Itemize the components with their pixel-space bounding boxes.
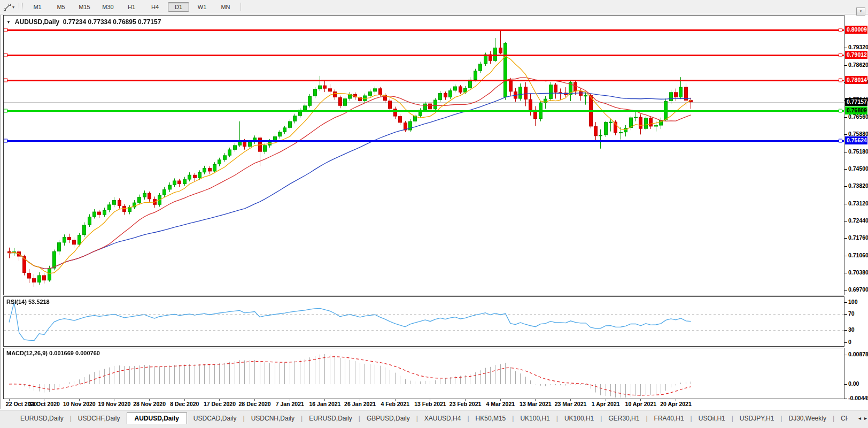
date-label: 10 Nov 2020 xyxy=(59,401,99,407)
date-label: 31 Oct 2020 xyxy=(24,401,65,407)
date-label: 7 Jan 2021 xyxy=(269,401,310,407)
date-label: 28 Dec 2020 xyxy=(235,401,275,407)
date-label: 20 Apr 2021 xyxy=(656,401,696,407)
line-study-caret-icon[interactable]: ▾ xyxy=(12,5,14,10)
price-chart-pane xyxy=(3,15,844,295)
tab-eurusd-daily[interactable]: EURUSD,Daily xyxy=(303,413,359,424)
tab-scroll-right-icon[interactable]: ▸ xyxy=(864,415,867,422)
tab-usdcad-daily[interactable]: USDCAD,Daily xyxy=(187,413,243,424)
price-axis-label: 0.72440 xyxy=(848,217,868,224)
chart-ohlc-values: 0.77234 0.77334 0.76895 0.77157 xyxy=(63,18,161,26)
rsi-axis-label: 30 xyxy=(848,326,855,333)
mt4-window: ▾ M1M5M15M30H1H4D1W1MN ▾ ▼ AUDUSD,Daily … xyxy=(0,0,868,428)
date-label: 10 Apr 2021 xyxy=(621,401,661,407)
timeframe-buttons: M1M5M15M30H1H4D1W1MN xyxy=(26,2,237,12)
price-axis-label-tick xyxy=(844,134,847,135)
date-label: 28 Nov 2020 xyxy=(129,401,170,407)
date-label: 17 Dec 2020 xyxy=(199,401,240,407)
macd-axis-label-tick xyxy=(844,355,847,355)
timeframe-h1[interactable]: H1 xyxy=(121,2,142,12)
price-chart-canvas[interactable] xyxy=(4,16,844,295)
tab-usdchf-daily[interactable]: USDCHF,Daily xyxy=(72,413,127,424)
tab-usdcnh-daily[interactable]: USDCNH,Daily xyxy=(245,413,301,424)
date-label: 13 Feb 2021 xyxy=(410,401,451,407)
tab-uk100-h1[interactable]: UK100,H1 xyxy=(514,413,556,424)
timeframe-w1[interactable]: W1 xyxy=(191,2,213,12)
price-axis-label: 0.71060 xyxy=(848,252,868,259)
timeframe-toolbar: ▾ M1M5M15M30H1H4D1W1MN ▾ xyxy=(0,0,868,14)
line-study-icon[interactable] xyxy=(2,2,12,12)
rsi-label: RSI(14) 53.5218 xyxy=(6,299,50,305)
timeframe-m30[interactable]: M30 xyxy=(97,2,119,12)
price-axis-label: 0.78620 xyxy=(848,62,868,68)
tab-gbpusd-daily[interactable]: GBPUSD,Daily xyxy=(360,413,416,424)
tab-uk100-h1[interactable]: UK100,H1 xyxy=(558,413,600,424)
price-axis-label-tick xyxy=(844,204,847,204)
rsi-canvas[interactable] xyxy=(4,297,844,346)
price-axis-label-tick xyxy=(844,290,847,291)
price-axis-label-tick xyxy=(844,256,847,256)
price-axis-label: 0.73120 xyxy=(848,200,868,207)
price-axis-label: 0.75180 xyxy=(848,148,868,155)
price-axis-label-tick xyxy=(844,273,847,273)
toolbar-grip[interactable] xyxy=(19,3,22,11)
chart-window-left-border xyxy=(1,15,1,409)
tab-dj30-weekly[interactable]: DJ30,Weekly xyxy=(782,413,832,424)
symbol-dropdown-icon[interactable]: ▼ xyxy=(6,20,11,25)
macd-label: MACD(12,26,9) 0.001669 0.000760 xyxy=(6,350,100,356)
rsi-axis-label-tick xyxy=(844,342,847,343)
price-axis-label-tick xyxy=(844,169,847,170)
timeframe-mn[interactable]: MN xyxy=(215,2,236,12)
date-label: 4 Mar 2021 xyxy=(480,401,521,407)
timeframe-d1[interactable]: D1 xyxy=(168,2,189,12)
price-axis-label-tick xyxy=(844,221,847,221)
tab-eurusd-daily[interactable]: EURUSD,Daily xyxy=(14,413,70,424)
date-label: 23 Feb 2021 xyxy=(445,401,486,407)
date-label: 19 Nov 2020 xyxy=(94,401,135,407)
timeframe-m15[interactable]: M15 xyxy=(74,2,95,12)
macd-axis-label: -0.004451 xyxy=(848,395,868,402)
chart-tabs: EURUSD,Daily|USDCHF,DailyAUDUSD,DailyUSD… xyxy=(14,412,848,424)
date-label: 26 Jan 2021 xyxy=(340,401,381,407)
toolbar-overflow-button[interactable]: ▾ xyxy=(856,7,865,16)
price-axis-label-tick xyxy=(844,238,847,239)
price-axis-label: 0.79320 xyxy=(848,44,868,51)
date-label: 4 Feb 2021 xyxy=(375,401,415,407)
tab-hk50-m15[interactable]: HK50,M15 xyxy=(469,413,513,424)
macd-values: 0.001669 0.000760 xyxy=(49,350,100,356)
timeframe-m5[interactable]: M5 xyxy=(50,2,72,12)
tab-usdjpy-h1[interactable]: USDJPY,H1 xyxy=(733,413,780,424)
rsi-axis-label: 70 xyxy=(848,310,855,317)
rsi-axis-label: 0 xyxy=(848,339,851,346)
macd-axis-label-tick xyxy=(844,384,847,385)
rsi-axis-label-tick xyxy=(844,330,847,331)
date-label: 23 Mar 2021 xyxy=(551,401,591,407)
tab-ger30-h1[interactable]: GER30,H1 xyxy=(602,413,646,424)
tab-usoil-h1[interactable]: USOil,H1 xyxy=(692,413,732,424)
tab-china300-h1[interactable]: CHINA300,H1 xyxy=(834,413,848,424)
date-label: 1 Apr 2021 xyxy=(585,401,626,407)
current-price-badge: 0.77157 xyxy=(845,98,867,106)
price-axis-label-tick xyxy=(844,152,847,152)
tab-fra40-h1[interactable]: FRA40,H1 xyxy=(648,413,691,424)
timeframe-h4[interactable]: H4 xyxy=(144,2,166,12)
tab-scroll-left-icon[interactable]: ◂ xyxy=(858,415,861,422)
date-label: 13 Mar 2021 xyxy=(515,401,556,407)
rsi-axis-label: 100 xyxy=(848,299,858,305)
rsi-axis-label-tick xyxy=(844,314,847,315)
tab-audusd-daily[interactable]: AUDUSD,Daily xyxy=(127,412,187,424)
macd-axis-label: 0.008782 xyxy=(848,351,868,358)
chart-symbol-period: AUDUSD,Daily xyxy=(15,18,59,26)
date-label: 8 Dec 2020 xyxy=(164,401,205,407)
macd-canvas[interactable] xyxy=(4,348,844,399)
price-axis-label: 0.71760 xyxy=(848,234,868,241)
price-axis-label-tick xyxy=(844,186,847,187)
tab-xauusd-h4[interactable]: XAUUSD,H4 xyxy=(418,413,468,424)
rsi-value: 53.5218 xyxy=(28,299,50,305)
price-axis-label-tick xyxy=(844,65,847,66)
price-axis-label-tick xyxy=(844,117,847,118)
tab-scroll-arrows: ◂ ▸ xyxy=(856,415,867,422)
hline-price-badge: 0.78014 xyxy=(845,76,867,84)
macd-axis-label-tick xyxy=(844,399,847,399)
timeframe-m1[interactable]: M1 xyxy=(27,2,48,12)
